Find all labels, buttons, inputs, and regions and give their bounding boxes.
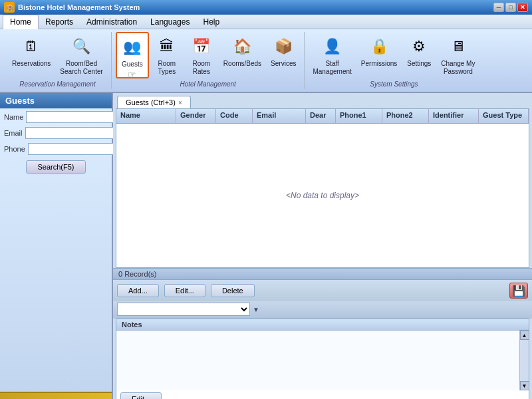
actions-row: Add... Edit... Delete 💾 — [113, 280, 532, 301]
left-panel-title: Guests — [0, 93, 112, 108]
phone-field-row: Phone — [0, 140, 112, 156]
name-field-row: Name — [0, 108, 112, 124]
col-guest-type: Guest Type — [479, 109, 529, 123]
col-phone1: Phone1 — [336, 109, 382, 123]
maximize-button[interactable]: □ — [505, 3, 516, 12]
email-input[interactable] — [25, 127, 122, 139]
room-rates-label: RoomRates — [193, 60, 211, 76]
status-bar: 0 Record(s) — [113, 268, 532, 280]
scroll-down-button[interactable]: ▼ — [520, 381, 529, 390]
services-icon: 📦 — [271, 35, 295, 59]
settings-label: Settings — [407, 60, 431, 68]
room-rates-icon: 📅 — [190, 35, 213, 59]
col-name: Name — [116, 109, 176, 123]
reservations-button[interactable]: 🗓 Reservations — [8, 32, 55, 78]
notes-header: Notes — [116, 319, 529, 331]
scroll-up-button[interactable]: ▲ — [520, 331, 529, 340]
menu-administration[interactable]: Administration — [80, 15, 144, 29]
filter-dropdown[interactable] — [117, 303, 250, 316]
search-button[interactable]: Search(F5) — [26, 160, 85, 174]
save-button[interactable]: 💾 — [509, 283, 528, 299]
notes-edit-button[interactable]: Edit... — [120, 392, 162, 399]
col-identifier: Identifier — [429, 109, 479, 123]
delete-button[interactable]: Delete — [211, 284, 255, 297]
staff-management-button[interactable]: 👤 StaffManagement — [309, 32, 355, 78]
reservations-icon: 🗓 — [19, 35, 43, 59]
permissions-label: Permissions — [361, 60, 397, 68]
col-code: Code — [216, 109, 253, 123]
grid-body: <No data to display> — [116, 124, 529, 267]
permissions-icon: 🔒 — [367, 35, 391, 59]
change-password-label: Change MyPassword — [441, 60, 475, 76]
guests-label: Guests — [122, 61, 143, 68]
reservations-label: Reservations — [12, 60, 51, 68]
name-label: Name — [4, 113, 23, 121]
roombed-search-icon: 🔍 — [70, 35, 94, 59]
notes-textarea[interactable] — [116, 331, 519, 390]
record-count: 0 Record(s) — [118, 270, 156, 278]
hotel-group-label: Hotel Management — [112, 80, 305, 88]
rooms-beds-label: Rooms/Beds — [223, 60, 261, 68]
notes-panel: Notes ▲ ▼ Edit... — [116, 319, 529, 399]
guests-button[interactable]: 👥 Guests ☞ — [116, 32, 149, 78]
toolbar-system-group: 👤 StaffManagement 🔒 Permissions ⚙ Settin… — [305, 32, 483, 89]
toolbar-reservation-group: 🗓 Reservations 🔍 Room/BedSearch Center R… — [4, 32, 112, 89]
services-button[interactable]: 📦 Services — [267, 32, 300, 78]
menu-languages[interactable]: Languages — [144, 15, 196, 29]
guests-icon: 👥 — [120, 35, 144, 59]
notes-body: ▲ ▼ — [116, 331, 529, 390]
col-phone2: Phone2 — [382, 109, 429, 123]
dropdown-row: ▼ — [113, 301, 532, 319]
add-button[interactable]: Add... — [117, 284, 159, 297]
notes-scrollbar: ▲ ▼ — [519, 331, 529, 390]
window-controls: ─ □ ✕ — [493, 3, 528, 12]
save-icon: 💾 — [512, 285, 525, 297]
room-rates-button[interactable]: 📅 RoomRates — [185, 32, 218, 78]
room-types-icon: 🏛 — [155, 35, 179, 59]
room-types-label: RoomTypes — [158, 60, 176, 76]
title-bar: 🏨 Bistone Hotel Management System ─ □ ✕ — [0, 0, 532, 15]
main-content: Guests Name Email Phone Search(F5) Guest… — [0, 93, 532, 399]
left-panel-footer: Guests — [0, 392, 112, 399]
roombed-search-label: Room/BedSearch Center — [60, 60, 102, 76]
guests-tab[interactable]: Guests (Ctrl+3) × — [117, 96, 191, 108]
minimize-button[interactable]: ─ — [493, 3, 504, 12]
toolbar: 🗓 Reservations 🔍 Room/BedSearch Center R… — [0, 29, 532, 93]
app-title: Bistone Hotel Management System — [18, 3, 493, 11]
close-button[interactable]: ✕ — [517, 3, 528, 12]
left-panel-bottom — [0, 176, 112, 392]
email-label: Email — [4, 129, 23, 137]
app-icon: 🏨 — [4, 2, 15, 13]
system-group-label: System Settings — [305, 80, 483, 88]
permissions-button[interactable]: 🔒 Permissions — [357, 32, 401, 78]
settings-button[interactable]: ⚙ Settings — [402, 32, 436, 78]
tab-row: Guests (Ctrl+3) × — [113, 93, 532, 108]
menu-home[interactable]: Home — [3, 15, 39, 29]
reservation-group-label: Reservation Management — [4, 80, 111, 88]
phone-input[interactable] — [28, 143, 125, 155]
services-label: Services — [271, 60, 296, 68]
col-dear: Dear — [306, 109, 336, 123]
menu-help[interactable]: Help — [196, 15, 226, 29]
email-field-row: Email — [0, 124, 112, 140]
roombed-search-button[interactable]: 🔍 Room/BedSearch Center — [56, 32, 106, 78]
empty-message: <No data to display> — [286, 191, 359, 200]
phone-label: Phone — [4, 145, 25, 153]
col-email: Email — [253, 109, 306, 123]
tab-label: Guests (Ctrl+3) — [126, 98, 176, 106]
right-panel: Guests (Ctrl+3) × Name Gender Code Email… — [113, 93, 532, 399]
menu-reports[interactable]: Reports — [39, 15, 80, 29]
change-password-button[interactable]: 🖥 Change MyPassword — [437, 32, 479, 78]
tab-close-button[interactable]: × — [178, 99, 182, 106]
settings-icon: ⚙ — [407, 35, 431, 59]
staff-management-label: StaffManagement — [313, 60, 351, 76]
rooms-beds-button[interactable]: 🏠 Rooms/Beds — [219, 32, 265, 78]
name-input[interactable] — [26, 111, 123, 123]
rooms-beds-icon: 🏠 — [230, 35, 254, 59]
staff-management-icon: 👤 — [321, 35, 344, 59]
edit-button[interactable]: Edit... — [164, 284, 205, 297]
room-types-button[interactable]: 🏛 RoomTypes — [150, 32, 184, 78]
change-password-icon: 🖥 — [446, 35, 470, 59]
col-gender: Gender — [176, 109, 216, 123]
grid-header: Name Gender Code Email Dear Phone1 Phone… — [116, 109, 529, 124]
